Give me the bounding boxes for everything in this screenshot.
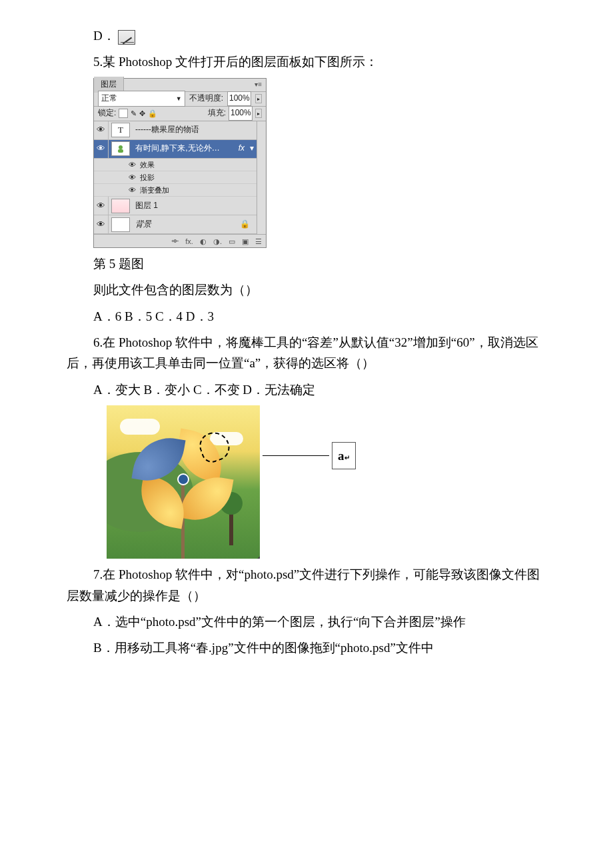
person-icon bbox=[115, 144, 127, 153]
layers-list: 👁 T ------糖果屋的物语 👁 有时间,静下来,无论外… fx ▾ 👁 效… bbox=[94, 121, 257, 234]
q5-text: 5.某 Photoshop 文件打开后的图层面板如下图所示： bbox=[93, 51, 546, 72]
fx-shadow-label: 投影 bbox=[140, 171, 155, 183]
callout-sub: ↵ bbox=[344, 454, 350, 461]
visibility-toggle[interactable]: 👁 bbox=[94, 197, 109, 215]
fill-value[interactable]: 100% bbox=[229, 106, 253, 121]
layer-name: 有时间,静下来,无论外… bbox=[133, 142, 236, 155]
layer-name: ------糖果屋的物语 bbox=[133, 123, 257, 137]
add-fx-icon[interactable]: fx. bbox=[185, 235, 193, 247]
layer-name: 背景 bbox=[133, 218, 233, 231]
eye-small-icon[interactable]: 👁 bbox=[129, 159, 136, 171]
link-layers-icon[interactable]: ⬲ bbox=[171, 235, 179, 247]
cloud-shape bbox=[120, 419, 160, 435]
visibility-toggle[interactable]: 👁 bbox=[94, 140, 109, 158]
panel-tabs: 图层 ▾≡ bbox=[94, 79, 266, 92]
layer-background[interactable]: 👁 背景 🔒 bbox=[94, 215, 257, 234]
fill-arrow-icon[interactable]: ▸ bbox=[255, 109, 262, 118]
option-d-prefix: D． bbox=[93, 29, 115, 43]
callout-a: a bbox=[338, 449, 344, 463]
add-mask-icon[interactable]: ◐ bbox=[200, 235, 207, 247]
fx-header-row: 👁 效果 bbox=[94, 159, 257, 171]
pinwheel-image: ◢ bbox=[107, 405, 260, 559]
fx-shadow-row[interactable]: 👁 投影 bbox=[94, 171, 257, 184]
q7-option-b: B．用移动工具将“春.jpg”文件中的图像拖到“photo.psd”文件中 bbox=[67, 637, 546, 658]
layer-text[interactable]: 👁 T ------糖果屋的物语 bbox=[94, 121, 257, 140]
q5-caption: 第 5 题图 bbox=[93, 253, 546, 274]
layer-selected[interactable]: 👁 有时间,静下来,无论外… fx ▾ bbox=[94, 140, 257, 159]
fx-badge[interactable]: fx bbox=[236, 142, 247, 155]
svg-point-0 bbox=[119, 145, 123, 149]
panel-menu-icon[interactable]: ▾≡ bbox=[251, 79, 266, 91]
panel-footer: ⬲ fx. ◐ ◑. ▭ ▣ ☰ bbox=[94, 234, 266, 247]
blend-mode-select[interactable]: 正常 ▼ bbox=[98, 91, 185, 107]
resize-handle-icon: ◢ bbox=[257, 551, 260, 559]
svg-rect-1 bbox=[118, 149, 123, 153]
layer-thumb bbox=[111, 141, 130, 156]
layers-panel: 图层 ▾≡ 正常 ▼ 不透明度: 100% ▸ 锁定: ✎ ✥ 🔒 填充: 10… bbox=[93, 78, 267, 248]
callout-label: a↵ bbox=[332, 442, 356, 469]
image-layer-thumb bbox=[111, 199, 130, 213]
bg-layer-thumb bbox=[111, 217, 130, 232]
brush-tool-icon bbox=[118, 30, 135, 45]
q5-stem: 则此文件包含的图层数为（） bbox=[93, 279, 546, 300]
visibility-toggle[interactable]: 👁 bbox=[94, 121, 109, 139]
pinwheel-figure: ◢ a↵ bbox=[107, 405, 546, 559]
lock-buttons: ✎ ✥ 🔒 bbox=[119, 107, 157, 119]
layers-panel-figure: 图层 ▾≡ 正常 ▼ 不透明度: 100% ▸ 锁定: ✎ ✥ 🔒 填充: 10… bbox=[93, 78, 546, 248]
text-layer-thumb: T bbox=[111, 123, 130, 137]
visibility-toggle[interactable]: 👁 bbox=[94, 215, 109, 233]
tree-shape bbox=[229, 505, 233, 545]
q7-text: 7.在 Photoshop 软件中，对“photo.psd”文件进行下列操作，可… bbox=[67, 564, 546, 606]
panel-scrollbar[interactable] bbox=[257, 121, 266, 234]
lock-brush-icon[interactable]: ✎ bbox=[131, 107, 137, 119]
q6-text: 6.在 Photoshop 软件中，将魔棒工具的“容差”从默认值“32”增加到“… bbox=[67, 332, 546, 374]
lock-label: 锁定: bbox=[98, 107, 116, 120]
callout-line bbox=[263, 455, 329, 456]
blend-mode-value: 正常 bbox=[101, 92, 117, 105]
panel-lock-row: 锁定: ✎ ✥ 🔒 填充: 100% ▸ bbox=[94, 107, 266, 121]
lock-move-icon[interactable]: ✥ bbox=[139, 107, 145, 119]
lock-icon: 🔒 bbox=[233, 218, 257, 231]
lock-all-icon[interactable]: 🔒 bbox=[148, 107, 157, 119]
q4-option-d: D． bbox=[93, 25, 546, 46]
panel-blend-row: 正常 ▼ 不透明度: 100% ▸ bbox=[94, 92, 266, 107]
trash-icon[interactable]: ☰ bbox=[255, 235, 262, 247]
fx-gradient-label: 渐变叠加 bbox=[140, 184, 169, 196]
lock-pixels-icon[interactable] bbox=[119, 109, 128, 118]
opacity-label: 不透明度: bbox=[189, 92, 223, 105]
q5-options: A．6 B．5 C．4 D．3 bbox=[93, 306, 546, 327]
fx-header: 效果 bbox=[140, 159, 155, 171]
fx-gradient-row[interactable]: 👁 渐变叠加 bbox=[94, 184, 257, 197]
opacity-value[interactable]: 100% bbox=[227, 91, 251, 106]
layer-image1[interactable]: 👁 图层 1 bbox=[94, 197, 257, 215]
chevron-down-icon[interactable]: ▾ bbox=[247, 142, 257, 155]
q7-option-a: A．选中“photo.psd”文件中的第一个图层，执行“向下合并图层”操作 bbox=[67, 611, 546, 632]
eye-small-icon[interactable]: 👁 bbox=[129, 184, 136, 196]
adjustment-icon[interactable]: ◑. bbox=[213, 235, 222, 247]
opacity-arrow-icon[interactable]: ▸ bbox=[255, 94, 262, 103]
eye-small-icon[interactable]: 👁 bbox=[129, 171, 136, 183]
q6-options: A．变大 B．变小 C．不变 D．无法确定 bbox=[93, 379, 546, 400]
layer-name: 图层 1 bbox=[133, 199, 257, 213]
layers-body: 👁 T ------糖果屋的物语 👁 有时间,静下来,无论外… fx ▾ 👁 效… bbox=[94, 121, 266, 234]
new-layer-icon[interactable]: ▣ bbox=[242, 235, 249, 247]
group-icon[interactable]: ▭ bbox=[229, 235, 235, 247]
fill-label: 填充: bbox=[208, 107, 226, 120]
chevron-down-icon: ▼ bbox=[176, 94, 182, 104]
